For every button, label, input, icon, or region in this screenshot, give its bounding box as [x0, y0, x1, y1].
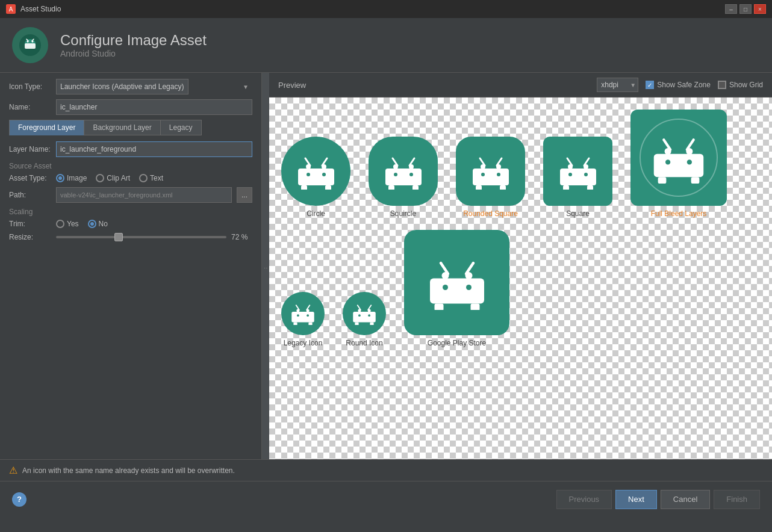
- svg-point-22: [409, 173, 413, 176]
- previous-button[interactable]: Previous: [556, 490, 612, 509]
- icon-row-2: Legacy Icon: [281, 230, 760, 347]
- radio-clipart-circle[interactable]: [96, 174, 104, 182]
- svg-rect-33: [500, 185, 506, 190]
- main-content: Icon Type: Launcher Icons (Adaptive and …: [0, 73, 772, 459]
- tab-background-layer[interactable]: Background Layer: [84, 120, 160, 135]
- svg-rect-14: [301, 185, 307, 190]
- radio-trim-no-circle[interactable]: [88, 220, 96, 228]
- svg-point-57: [297, 314, 299, 317]
- radio-text[interactable]: Text: [139, 174, 163, 182]
- icon-item-square: Square: [543, 137, 612, 218]
- browse-button[interactable]: ...: [237, 187, 252, 203]
- svg-point-75: [443, 285, 448, 290]
- svg-point-48: [665, 159, 670, 164]
- dialog-subtitle: Android Studio: [60, 49, 207, 58]
- icon-circle-label: Circle: [307, 209, 325, 218]
- icon-item-circle: Circle: [281, 137, 350, 218]
- icon-item-round: Round Icon: [343, 292, 386, 347]
- path-input[interactable]: [56, 187, 232, 203]
- radio-image[interactable]: Image: [56, 174, 87, 182]
- dpi-select[interactable]: mdpi hdpi xhdpi xxhdpi xxxhdpi: [597, 78, 638, 92]
- svg-rect-70: [430, 278, 484, 303]
- header-text: Configure Image Asset Android Studio: [60, 32, 207, 58]
- cancel-button[interactable]: Cancel: [661, 490, 710, 509]
- svg-rect-43: [654, 153, 704, 177]
- next-button[interactable]: Next: [615, 490, 657, 509]
- radio-image-circle[interactable]: [56, 174, 64, 182]
- preview-controls: mdpi hdpi xhdpi xxhdpi xxxhdpi ▼ Show Sa…: [597, 78, 763, 92]
- icon-type-row: Icon Type: Launcher Icons (Adaptive and …: [9, 79, 252, 94]
- title-bar-controls[interactable]: – □ ×: [725, 4, 766, 14]
- minimize-button[interactable]: –: [725, 4, 737, 14]
- svg-point-66: [358, 314, 361, 317]
- svg-rect-69: [370, 322, 373, 325]
- svg-point-30: [481, 173, 485, 176]
- scaling-title: Scaling: [9, 208, 252, 216]
- svg-point-49: [687, 159, 692, 164]
- svg-point-67: [368, 314, 370, 317]
- warning-bar: ⚠ An icon with the same name already exi…: [0, 459, 772, 481]
- title-bar: A Asset Studio – □ ×: [0, 0, 772, 18]
- tabs[interactable]: Foreground Layer Background Layer Legacy: [9, 120, 252, 135]
- finish-button[interactable]: Finish: [714, 490, 760, 509]
- name-label: Name:: [9, 103, 51, 111]
- layer-name-row: Layer Name:: [9, 141, 252, 157]
- radio-trim-yes-circle[interactable]: [56, 220, 64, 228]
- svg-point-13: [322, 173, 326, 176]
- svg-point-12: [307, 173, 310, 176]
- svg-rect-51: [691, 177, 700, 184]
- collapse-handle[interactable]: ‥: [262, 73, 269, 459]
- icon-type-select[interactable]: Launcher Icons (Adaptive and Legacy) Act…: [56, 79, 188, 94]
- maximize-button[interactable]: □: [739, 4, 752, 14]
- trim-row: Trim: Yes No: [9, 220, 252, 228]
- close-button[interactable]: ×: [754, 4, 766, 14]
- svg-rect-50: [658, 177, 667, 184]
- show-grid-box[interactable]: [718, 81, 726, 89]
- warning-icon: ⚠: [9, 465, 17, 476]
- icon-squircle-label: Squircle: [390, 209, 416, 218]
- icon-type-label: Icon Type:: [9, 82, 51, 91]
- icon-rounded-square-label: Rounded Square: [463, 209, 518, 218]
- trim-label: Trim:: [9, 220, 51, 228]
- bottom-left: ?: [12, 492, 26, 507]
- help-button[interactable]: ?: [12, 492, 26, 507]
- radio-text-circle[interactable]: [139, 174, 148, 182]
- svg-rect-59: [293, 322, 297, 325]
- preview-canvas: Circle: [269, 97, 772, 459]
- title-bar-left: A Asset Studio: [6, 4, 61, 14]
- tab-legacy[interactable]: Legacy: [160, 120, 202, 135]
- svg-rect-77: [434, 303, 443, 310]
- title-bar-title: Asset Studio: [20, 5, 61, 13]
- icon-item-full-bleed: Full Bleed Layers: [630, 110, 727, 218]
- icon-circle: [281, 137, 350, 206]
- radio-trim-yes[interactable]: Yes: [56, 220, 79, 228]
- bottom-bar: ? Previous Next Cancel Finish: [0, 481, 772, 517]
- svg-rect-68: [355, 322, 358, 325]
- icon-round-label: Round Icon: [346, 339, 382, 347]
- svg-rect-16: [385, 169, 422, 185]
- icon-full-bleed: [630, 110, 727, 206]
- svg-rect-78: [470, 303, 479, 310]
- svg-point-31: [497, 173, 500, 176]
- icon-type-select-wrapper[interactable]: Launcher Icons (Adaptive and Legacy) Act…: [56, 79, 252, 94]
- dpi-select-wrapper[interactable]: mdpi hdpi xhdpi xxhdpi xxxhdpi ▼: [597, 78, 638, 92]
- name-input[interactable]: [56, 99, 252, 115]
- resize-value: 72 %: [231, 233, 252, 241]
- show-safe-zone-checkbox[interactable]: Show Safe Zone: [646, 81, 711, 89]
- tab-foreground-layer[interactable]: Foreground Layer: [9, 120, 84, 135]
- svg-point-76: [466, 285, 472, 290]
- svg-rect-52: [291, 312, 314, 323]
- trim-radio-group: Yes No: [56, 220, 108, 228]
- show-grid-checkbox[interactable]: Show Grid: [718, 81, 763, 89]
- radio-clipart[interactable]: Clip Art: [96, 174, 130, 182]
- svg-rect-2: [25, 43, 36, 49]
- show-safe-zone-box[interactable]: [646, 81, 654, 89]
- show-safe-zone-label: Show Safe Zone: [657, 81, 711, 89]
- svg-rect-61: [353, 312, 376, 323]
- icon-item-google-play: Google Play Store: [404, 230, 509, 347]
- resize-slider[interactable]: [56, 236, 226, 238]
- radio-trim-no[interactable]: No: [88, 220, 108, 228]
- header: Configure Image Asset Android Studio: [0, 18, 772, 73]
- layer-name-input[interactable]: [56, 141, 252, 157]
- radio-trim-yes-label: Yes: [67, 220, 79, 228]
